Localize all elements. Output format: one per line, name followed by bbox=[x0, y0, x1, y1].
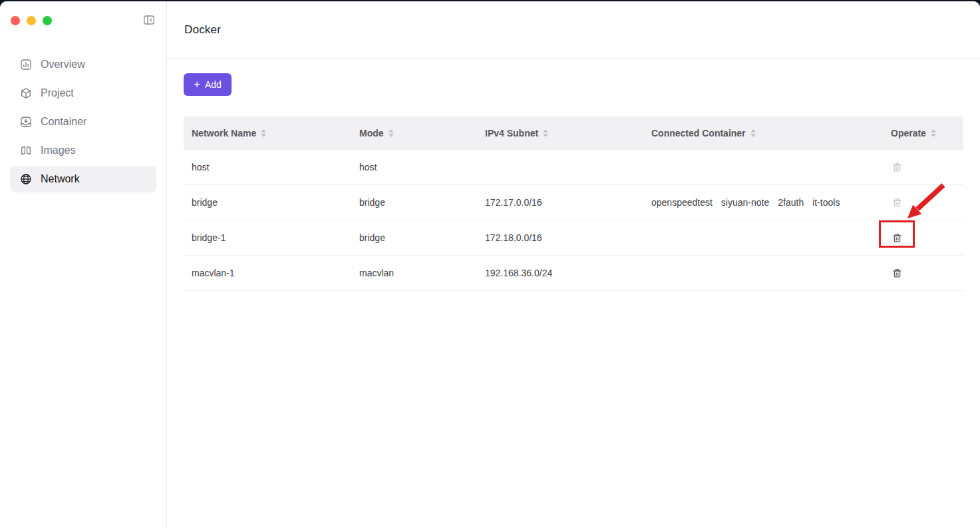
cell-operate bbox=[883, 232, 963, 244]
sidebar-item-label: Overview bbox=[41, 59, 85, 71]
container-name: openspeedtest bbox=[651, 197, 713, 208]
column-header-operate: Operate bbox=[883, 128, 963, 138]
window-controls bbox=[11, 16, 52, 25]
plus-icon: + bbox=[194, 79, 200, 90]
table-row: host host bbox=[184, 150, 963, 185]
overview-icon bbox=[20, 59, 32, 71]
network-table: Network Name Mode IPv4 Subnet Connected … bbox=[184, 117, 963, 291]
cell-ipv4-subnet: 172.17.0.0/16 bbox=[477, 197, 643, 208]
cell-mode: bridge bbox=[351, 232, 477, 243]
container-name: siyuan-note bbox=[721, 197, 769, 208]
cell-network-name: bridge bbox=[184, 197, 351, 208]
column-header-connected-container: Connected Container bbox=[643, 128, 883, 138]
cell-operate bbox=[883, 196, 963, 208]
sidebar: Overview Project Container Images Networ… bbox=[0, 1, 167, 528]
app-window: Overview Project Container Images Networ… bbox=[0, 1, 980, 528]
cell-mode: bridge bbox=[351, 197, 477, 208]
table-row: bridge-1 bridge 172.18.0.0/16 bbox=[184, 220, 963, 256]
delete-button[interactable] bbox=[891, 267, 903, 279]
sort-caret-icon[interactable] bbox=[389, 129, 394, 137]
sidebar-item-network[interactable]: Network bbox=[10, 166, 156, 192]
cell-mode: host bbox=[351, 162, 477, 172]
trash-icon bbox=[892, 268, 903, 279]
sidebar-item-label: Container bbox=[41, 116, 86, 128]
cell-operate bbox=[883, 161, 963, 173]
column-header-label: Operate bbox=[891, 128, 926, 138]
column-header-label: Mode bbox=[359, 128, 384, 138]
column-header-mode: Mode bbox=[351, 128, 477, 138]
cell-ipv4-subnet: 192.168.36.0/24 bbox=[477, 268, 643, 278]
content-area: + Add Network Name Mode IPv4 Subnet Conn… bbox=[167, 59, 980, 291]
sidebar-item-images[interactable]: Images bbox=[10, 137, 156, 164]
delete-button bbox=[891, 196, 903, 208]
sort-caret-icon[interactable] bbox=[261, 129, 266, 137]
sort-caret-icon[interactable] bbox=[931, 129, 936, 137]
sidebar-item-label: Network bbox=[41, 173, 80, 185]
container-name: 2fauth bbox=[778, 197, 804, 208]
cell-network-name: bridge-1 bbox=[184, 232, 351, 243]
sidebar-item-overview[interactable]: Overview bbox=[10, 51, 156, 78]
cell-connected-container: openspeedtestsiyuan-note2fauthit-tools bbox=[643, 197, 883, 208]
zoom-window-button[interactable] bbox=[43, 16, 52, 25]
table-row: macvlan-1 macvlan 192.168.36.0/24 bbox=[184, 256, 963, 291]
sort-caret-icon[interactable] bbox=[750, 129, 756, 137]
cell-mode: macvlan bbox=[351, 268, 477, 278]
table-header-row: Network Name Mode IPv4 Subnet Connected … bbox=[184, 117, 963, 150]
minimize-window-button[interactable] bbox=[27, 16, 36, 25]
column-header-ipv4-subnet: IPv4 Subnet bbox=[477, 128, 643, 138]
network-icon bbox=[20, 173, 32, 185]
sidebar-item-label: Project bbox=[41, 87, 74, 99]
trash-icon bbox=[892, 162, 903, 173]
table-row: bridge bridge 172.17.0.0/16 openspeedtes… bbox=[184, 185, 963, 220]
delete-button[interactable] bbox=[891, 232, 903, 244]
column-header-label: Network Name bbox=[192, 128, 256, 138]
column-header-network-name: Network Name bbox=[184, 128, 351, 138]
sidebar-collapse-icon bbox=[143, 14, 155, 26]
cell-ipv4-subnet: 172.18.0.0/16 bbox=[477, 232, 643, 243]
sidebar-item-label: Images bbox=[41, 144, 75, 156]
page-header: Docker bbox=[167, 1, 980, 59]
column-header-label: IPv4 Subnet bbox=[485, 128, 538, 138]
sidebar-item-project[interactable]: Project bbox=[10, 80, 156, 107]
sidebar-item-container[interactable]: Container bbox=[10, 109, 156, 135]
cell-network-name: macvlan-1 bbox=[184, 268, 351, 278]
images-icon bbox=[20, 144, 32, 156]
add-button-label: Add bbox=[205, 79, 222, 90]
container-name: it-tools bbox=[812, 197, 840, 208]
sidebar-menu: Overview Project Container Images Networ… bbox=[0, 51, 166, 192]
sort-caret-icon[interactable] bbox=[543, 129, 548, 137]
sidebar-toggle-button[interactable] bbox=[142, 14, 156, 27]
project-icon bbox=[20, 87, 32, 99]
table-body: host host bridge bridge 172.17.0.0/16 op… bbox=[184, 150, 963, 291]
cell-network-name: host bbox=[184, 162, 351, 172]
page-title: Docker bbox=[184, 23, 221, 37]
main-panel: Docker + Add Network Name Mode IPv4 Subn… bbox=[167, 1, 980, 528]
trash-icon bbox=[892, 232, 903, 244]
trash-icon bbox=[892, 197, 903, 208]
delete-button bbox=[891, 161, 903, 173]
container-icon bbox=[20, 116, 32, 128]
cell-operate bbox=[883, 267, 963, 279]
column-header-label: Connected Container bbox=[651, 128, 746, 138]
add-button[interactable]: + Add bbox=[184, 73, 232, 96]
close-window-button[interactable] bbox=[11, 16, 20, 25]
